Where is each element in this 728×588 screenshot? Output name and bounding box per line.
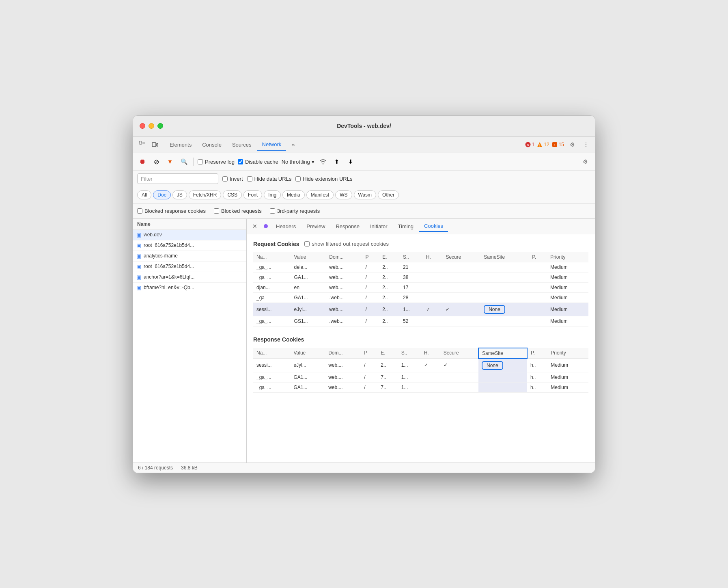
samesite-cell: None: [478, 359, 527, 372]
type-filter-ws[interactable]: WS: [335, 190, 352, 199]
type-filter-css[interactable]: CSS: [223, 190, 242, 199]
type-filter-img[interactable]: Img: [264, 190, 281, 199]
type-filter-manifest[interactable]: Manifest: [306, 190, 334, 199]
hide-extension-urls-checkbox[interactable]: Hide extension URLs: [295, 176, 352, 182]
more-options-icon[interactable]: ⋮: [580, 139, 592, 150]
tab-console[interactable]: Console: [197, 139, 226, 150]
download-icon[interactable]: ⬇: [345, 156, 356, 167]
table-row[interactable]: sessi... eJyl... web.... / 2.. 1... ✓ ✓ …: [253, 303, 588, 316]
col-domain: Dom...: [326, 252, 362, 262]
col-value: Value: [291, 252, 326, 262]
table-row[interactable]: _ga GA1... .web... / 2.. 28 Medium: [253, 292, 588, 303]
svg-text:!: !: [554, 143, 555, 147]
blocked-3rd-party-requests[interactable]: 3rd-party requests: [270, 208, 320, 214]
tab-preview[interactable]: Preview: [302, 221, 330, 231]
close-button[interactable]: [140, 123, 145, 129]
table-row[interactable]: _ga_... GS1... .web... / 2.. 52 Medium: [253, 316, 588, 326]
none-badge-response: None: [482, 361, 503, 370]
type-filter-font[interactable]: Font: [243, 190, 262, 199]
tab-network[interactable]: Network: [257, 139, 286, 151]
cookie-size: 1...: [398, 382, 421, 392]
cookie-name: sessi...: [253, 303, 291, 316]
preserve-log-input[interactable]: [198, 159, 203, 164]
network-settings-icon[interactable]: ⚙: [579, 156, 591, 167]
inspect-icon[interactable]: [136, 139, 148, 150]
cookie-size: 38: [400, 272, 423, 282]
file-item[interactable]: ▣analytics-iframe: [133, 251, 246, 262]
cookie-priority: Medium: [547, 292, 588, 303]
cookies-content: Request Cookies show filtered out reques…: [247, 234, 595, 463]
cookie-httponly: [423, 262, 443, 272]
tab-bar-right: ✕ 1 ! 12 ! 15 ⚙ ⋮: [525, 139, 592, 150]
cookie-secure: [440, 372, 478, 382]
hide-extension-urls-input[interactable]: [295, 176, 301, 182]
cookie-httponly: [421, 372, 440, 382]
settings-icon[interactable]: ⚙: [566, 139, 578, 150]
invert-input[interactable]: [222, 176, 228, 182]
upload-icon[interactable]: ⬆: [332, 156, 342, 167]
response-cookies-title: Response Cookies: [253, 336, 304, 343]
cookie-priority: Medium: [547, 272, 588, 282]
filter-input[interactable]: [137, 173, 218, 184]
table-row[interactable]: _ga_... GA1... web.... / 7.. 1... h.. Me…: [253, 382, 588, 392]
details-panel: ✕ Headers Preview Response Initiator Tim…: [247, 219, 595, 463]
resp-col-domain: Dom...: [325, 348, 361, 359]
table-row[interactable]: djan... en web.... / 2.. 17 Medium: [253, 282, 588, 292]
maximize-button[interactable]: [157, 123, 163, 129]
table-row[interactable]: _ga_... dele... web.... / 2.. 21 Medium: [253, 262, 588, 272]
col-name: Na...: [253, 252, 291, 262]
type-filter-doc[interactable]: Doc: [153, 190, 170, 199]
filter-icon[interactable]: ▼: [165, 156, 175, 167]
minimize-button[interactable]: [149, 123, 154, 129]
resp-col-size: S..: [398, 348, 421, 359]
hide-data-urls-checkbox[interactable]: Hide data URLs: [247, 176, 292, 182]
resp-col-samesite: SameSite: [478, 348, 527, 359]
hide-data-urls-input[interactable]: [247, 176, 252, 182]
main-tab-bar: Elements Console Sources Network » ✕ 1 !…: [133, 137, 595, 153]
disable-cache-checkbox[interactable]: Disable cache: [238, 159, 278, 165]
col-secure: Secure: [442, 252, 480, 262]
show-filtered-label[interactable]: show filtered out request cookies: [304, 241, 389, 247]
file-item[interactable]: ▣root_616a752e1b5d4...: [133, 262, 246, 272]
blocked-blocked-response-cookies[interactable]: Blocked response cookies: [137, 208, 206, 214]
table-row[interactable]: sessi... eJyl... web.... / 2.. 1... ✓ ✓ …: [253, 359, 588, 372]
tab-cookies[interactable]: Cookies: [419, 221, 448, 232]
disable-cache-input[interactable]: [238, 159, 243, 164]
file-item[interactable]: ▣anchor?ar=1&k=6Lfqf...: [133, 272, 246, 283]
search-icon[interactable]: 🔍: [179, 156, 189, 167]
type-filter-other[interactable]: Other: [378, 190, 399, 199]
device-toolbar-icon[interactable]: [149, 139, 161, 150]
cookie-secure: ✓: [442, 303, 480, 316]
wifi-icon[interactable]: [318, 156, 328, 167]
record-stop-icon[interactable]: ⏺: [137, 156, 148, 167]
tab-more[interactable]: »: [287, 139, 299, 150]
cookie-size: 52: [400, 316, 423, 326]
type-filter-all[interactable]: All: [137, 190, 151, 199]
invert-checkbox[interactable]: Invert: [222, 176, 243, 182]
tab-elements[interactable]: Elements: [165, 139, 196, 150]
cookie-domain: web....: [326, 303, 362, 316]
throttle-select[interactable]: No throttling ▾: [282, 159, 314, 165]
blocked-blocked-requests[interactable]: Blocked requests: [214, 208, 262, 214]
type-filter-js[interactable]: JS: [172, 190, 187, 199]
type-filter-fetch-xhr[interactable]: Fetch/XHR: [189, 190, 222, 199]
samesite-cell: [478, 372, 527, 382]
show-filtered-checkbox[interactable]: [304, 241, 310, 246]
tab-response[interactable]: Response: [331, 221, 364, 231]
file-item[interactable]: ▣web.dev: [133, 230, 246, 240]
type-filter-media[interactable]: Media: [282, 190, 305, 199]
tab-initiator[interactable]: Initiator: [365, 221, 392, 231]
clear-icon[interactable]: ⊘: [151, 156, 162, 167]
cookie-name: _ga_...: [253, 262, 291, 272]
file-doc-icon: ▣: [136, 285, 141, 291]
tab-headers[interactable]: Headers: [271, 221, 301, 231]
file-item[interactable]: ▣root_616a752e1b5d4...: [133, 240, 246, 251]
table-row[interactable]: _ga_... GA1... web.... / 2.. 38 Medium: [253, 272, 588, 282]
preserve-log-checkbox[interactable]: Preserve log: [198, 159, 235, 165]
tab-sources[interactable]: Sources: [227, 139, 256, 150]
file-item[interactable]: ▣bframe?hl=en&v=-Qb...: [133, 283, 246, 293]
table-row[interactable]: _ga_... GA1... web.... / 7.. 1... h.. Me…: [253, 372, 588, 382]
type-filter-wasm[interactable]: Wasm: [354, 190, 377, 199]
close-details-button[interactable]: ✕: [250, 221, 260, 231]
tab-timing[interactable]: Timing: [393, 221, 419, 231]
